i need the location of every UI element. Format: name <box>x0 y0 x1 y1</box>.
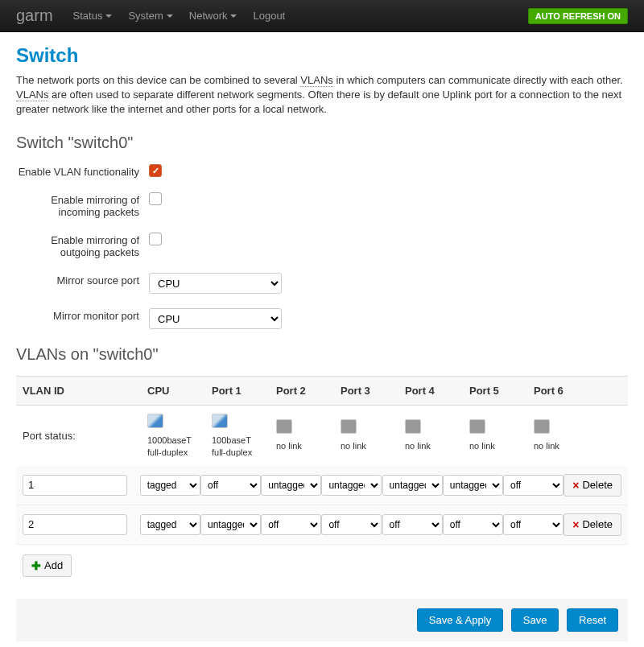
nav-status[interactable]: Status <box>73 10 113 22</box>
navbar-brand[interactable]: garm <box>16 6 53 25</box>
port-status-text: no link <box>405 441 431 451</box>
vlan-port-select[interactable]: off <box>321 514 382 535</box>
delete-icon: × <box>572 518 579 531</box>
col-header-port2: Port 2 <box>276 385 341 397</box>
col-header-vlanid: VLAN ID <box>23 385 147 397</box>
col-header-port5: Port 5 <box>469 385 534 397</box>
port-status-text: full-duplex <box>147 447 188 457</box>
nav-system[interactable]: System <box>128 10 172 22</box>
add-icon: ✚ <box>31 559 41 572</box>
port-status-row: Port status: 1000baseT full-duplex 100ba… <box>16 406 628 466</box>
vlan-port-select[interactable]: untagged <box>382 475 443 496</box>
port-status-text: full-duplex <box>212 447 252 457</box>
vlan-abbr: VLANs <box>300 74 332 87</box>
port-status-text: 1000baseT <box>147 435 192 445</box>
enable-vlan-label: Enable VLAN functionality <box>16 164 149 178</box>
vlan-id-input[interactable] <box>23 514 127 535</box>
mirror-src-label: Mirror source port <box>16 273 149 286</box>
add-button[interactable]: ✚Add <box>23 554 72 577</box>
port-icon <box>405 419 421 434</box>
vlans-heading: VLANs on "switch0" <box>16 345 628 364</box>
mirror-rx-label: Enable mirroring of incoming packets <box>16 192 149 218</box>
mirror-src-select[interactable]: CPU <box>149 273 282 294</box>
col-header-port1: Port 1 <box>212 385 276 397</box>
vlan-port-select[interactable]: off <box>261 514 321 535</box>
vlan-id-input[interactable] <box>23 475 127 496</box>
vlan-port-select[interactable]: untagged <box>261 475 321 496</box>
mirror-tx-label: Enable mirroring of outgoing packets <box>16 233 149 258</box>
page-title: Switch <box>16 44 628 67</box>
main-container: Switch The network ports on this device … <box>0 32 644 647</box>
vlan-row: tagged off untagged untagged untagged un… <box>16 466 628 505</box>
vlan-port-select[interactable]: off <box>382 514 443 535</box>
port-status-text: 100baseT <box>212 435 251 445</box>
button-bar: Save & Apply Save Reset <box>16 599 628 641</box>
vlan-port-select[interactable]: off <box>503 514 564 535</box>
delete-icon: × <box>572 479 579 492</box>
vlan-table-header: VLAN ID CPU Port 1 Port 2 Port 3 Port 4 … <box>16 376 628 406</box>
col-header-port6: Port 6 <box>534 385 598 397</box>
vlan-port-select[interactable]: untagged <box>443 475 503 496</box>
switch-heading: Switch "switch0" <box>16 134 628 152</box>
vlan-port-select[interactable]: tagged <box>140 475 200 496</box>
port-status-text: no link <box>276 441 302 451</box>
vlan-port-select[interactable]: untagged <box>200 514 261 535</box>
vlan-port-select[interactable]: tagged <box>140 514 200 535</box>
port-status-text: no link <box>534 441 559 451</box>
vlan-port-select[interactable]: off <box>503 475 564 496</box>
col-header-cpu: CPU <box>147 385 212 397</box>
mirror-mon-select[interactable]: CPU <box>149 308 282 329</box>
port-icon <box>469 419 485 434</box>
port-icon <box>212 414 228 428</box>
delete-button[interactable]: ×Delete <box>564 513 621 536</box>
port-icon <box>341 419 357 434</box>
nav-network[interactable]: Network <box>189 10 237 22</box>
page-description: The network ports on this device can be … <box>16 73 628 117</box>
vlan-port-select[interactable]: off <box>443 514 503 535</box>
vlan-row: tagged untagged off off off off off ×Del… <box>16 505 628 545</box>
mirror-rx-checkbox[interactable] <box>149 192 162 205</box>
mirror-tx-checkbox[interactable] <box>149 233 162 245</box>
auto-refresh-badge[interactable]: AUTO REFRESH ON <box>528 8 628 24</box>
reset-button[interactable]: Reset <box>567 608 618 632</box>
vlan-port-select[interactable]: untagged <box>321 475 382 496</box>
port-status-text: no link <box>469 441 495 451</box>
delete-button[interactable]: ×Delete <box>564 474 621 497</box>
save-button[interactable]: Save <box>511 608 559 632</box>
vlan-abbr: VLANs <box>16 89 48 101</box>
enable-vlan-checkbox[interactable] <box>149 164 162 177</box>
port-status-label: Port status: <box>23 430 147 442</box>
navbar-nav: Status System Network Logout <box>65 10 528 22</box>
save-apply-button[interactable]: Save & Apply <box>417 608 503 632</box>
nav-logout[interactable]: Logout <box>253 10 285 22</box>
vlan-table: VLAN ID CPU Port 1 Port 2 Port 3 Port 4 … <box>16 376 628 587</box>
port-icon <box>147 414 163 428</box>
col-header-port3: Port 3 <box>341 385 405 397</box>
mirror-mon-label: Mirror monitor port <box>16 308 149 322</box>
navbar: garm Status System Network Logout AUTO R… <box>0 0 644 32</box>
col-header-port4: Port 4 <box>405 385 469 397</box>
vlan-port-select[interactable]: off <box>200 475 261 496</box>
port-icon <box>534 419 550 434</box>
port-status-text: no link <box>341 441 366 451</box>
port-icon <box>276 419 292 434</box>
